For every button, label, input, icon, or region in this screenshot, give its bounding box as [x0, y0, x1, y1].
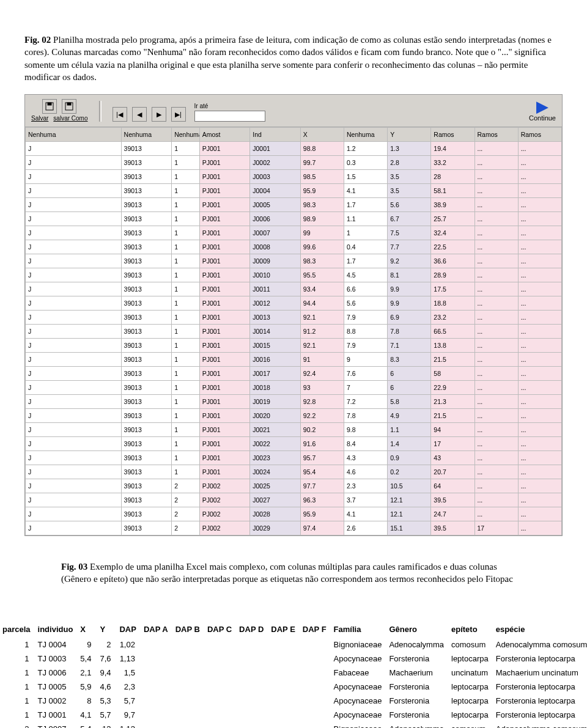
table-row[interactable]: J390132PJ002J002997.42.615.139.517...: [26, 521, 562, 535]
cell[interactable]: 6: [388, 381, 431, 395]
cell[interactable]: PJ001: [199, 437, 250, 451]
cell[interactable]: J0005: [250, 198, 301, 212]
cell[interactable]: 2: [172, 479, 200, 493]
cell[interactable]: J0001: [250, 142, 301, 156]
table-row[interactable]: J390131PJ001J001294.45.69.918.8......: [26, 296, 562, 311]
table-row[interactable]: J390131PJ001J001592.17.97.113.8......: [26, 339, 562, 353]
cell[interactable]: ...: [518, 198, 561, 212]
cell[interactable]: ...: [518, 465, 561, 479]
cell[interactable]: 91.2: [300, 325, 344, 339]
cell[interactable]: 1.1: [388, 423, 431, 437]
cell[interactable]: 96.3: [300, 493, 344, 507]
cell[interactable]: 21.5: [431, 409, 474, 423]
cell[interactable]: 1: [172, 465, 200, 479]
cell[interactable]: 4.9: [388, 409, 431, 423]
column-header[interactable]: Nenhuma: [344, 128, 388, 142]
cell[interactable]: 12.1: [388, 493, 431, 507]
cell[interactable]: 39013: [121, 493, 172, 507]
cell[interactable]: 92.4: [300, 367, 344, 381]
cell[interactable]: 10.5: [388, 479, 431, 493]
cell[interactable]: 92.8: [300, 395, 344, 409]
cell[interactable]: J: [26, 226, 122, 240]
cell[interactable]: J: [26, 451, 122, 465]
goto-input[interactable]: [194, 111, 265, 122]
cell[interactable]: 9.8: [344, 423, 388, 437]
cell[interactable]: J0006: [250, 212, 301, 226]
cell[interactable]: J0017: [250, 367, 301, 381]
cell[interactable]: 0.2: [388, 465, 431, 479]
cell[interactable]: ...: [474, 184, 518, 198]
save-as-button[interactable]: [62, 99, 76, 114]
cell[interactable]: 91: [300, 353, 344, 367]
cell[interactable]: 97.7: [300, 479, 344, 493]
first-button[interactable]: |◀: [113, 107, 127, 122]
cell[interactable]: 1.7: [344, 254, 388, 268]
cell[interactable]: 39013: [121, 226, 172, 240]
cell[interactable]: 39013: [121, 212, 172, 226]
cell[interactable]: J: [26, 282, 122, 296]
cell[interactable]: 92.1: [300, 339, 344, 353]
table-row[interactable]: J390132PJ002J002895.94.112.124.7......: [26, 507, 562, 521]
cell[interactable]: 36.6: [431, 254, 474, 268]
cell[interactable]: PJ002: [199, 479, 250, 493]
cell[interactable]: ...: [518, 493, 561, 507]
cell[interactable]: PJ002: [199, 521, 250, 535]
column-header[interactable]: Y: [388, 128, 431, 142]
cell[interactable]: J0023: [250, 451, 301, 465]
cell[interactable]: J0027: [250, 493, 301, 507]
cell[interactable]: ...: [518, 339, 561, 353]
cell[interactable]: 17.5: [431, 282, 474, 296]
table-row[interactable]: J390131PJ001J002495.44.60.220.7......: [26, 465, 562, 479]
cell[interactable]: ...: [474, 198, 518, 212]
prev-button[interactable]: ◀: [132, 107, 147, 122]
cell[interactable]: J0022: [250, 437, 301, 451]
cell[interactable]: 95.4: [300, 465, 344, 479]
cell[interactable]: 7.8: [344, 409, 388, 423]
column-header[interactable]: Ind: [250, 128, 301, 142]
cell[interactable]: 1.7: [344, 198, 388, 212]
cell[interactable]: ...: [518, 184, 561, 198]
table-row[interactable]: J390131PJ001J0018937622.9......: [26, 381, 562, 395]
cell[interactable]: ...: [518, 367, 561, 381]
cell[interactable]: PJ001: [199, 282, 250, 296]
cell[interactable]: J: [26, 465, 122, 479]
cell[interactable]: J: [26, 142, 122, 156]
table-row[interactable]: J390131PJ001J001095.54.58.128.9......: [26, 268, 562, 282]
cell[interactable]: ...: [474, 409, 518, 423]
cell[interactable]: 39013: [121, 367, 172, 381]
column-header[interactable]: Nenhuma: [121, 128, 172, 142]
cell[interactable]: J: [26, 409, 122, 423]
cell[interactable]: J: [26, 507, 122, 521]
table-row[interactable]: J390132PJ002J002796.33.712.139.5......: [26, 493, 562, 507]
cell[interactable]: ...: [518, 296, 561, 311]
cell[interactable]: 1: [172, 311, 200, 325]
cell[interactable]: 39013: [121, 240, 172, 254]
cell[interactable]: ...: [518, 423, 561, 437]
cell[interactable]: 0.9: [388, 451, 431, 465]
cell[interactable]: 92.1: [300, 311, 344, 325]
table-row[interactable]: J390131PJ001J001792.47.6658......: [26, 367, 562, 381]
table-row[interactable]: J390131PJ001J00169198.321.5......: [26, 353, 562, 367]
cell[interactable]: 2: [172, 507, 200, 521]
cell[interactable]: 1.4: [388, 437, 431, 451]
cell[interactable]: 7.2: [344, 395, 388, 409]
table-row[interactable]: J390131PJ001J00079917.532.4......: [26, 226, 562, 240]
column-header[interactable]: Amost: [199, 128, 250, 142]
cell[interactable]: 58: [431, 367, 474, 381]
cell[interactable]: 8.8: [344, 325, 388, 339]
cell[interactable]: PJ001: [199, 423, 250, 437]
cell[interactable]: ...: [518, 226, 561, 240]
cell[interactable]: 99: [300, 226, 344, 240]
cell[interactable]: J0008: [250, 240, 301, 254]
cell[interactable]: 17: [431, 437, 474, 451]
cell[interactable]: J0028: [250, 507, 301, 521]
cell[interactable]: 23.2: [431, 311, 474, 325]
cell[interactable]: PJ001: [199, 325, 250, 339]
cell[interactable]: 13.8: [431, 339, 474, 353]
cell[interactable]: ...: [518, 240, 561, 254]
cell[interactable]: 39013: [121, 268, 172, 282]
cell[interactable]: 97.4: [300, 521, 344, 535]
cell[interactable]: 9.9: [388, 282, 431, 296]
cell[interactable]: ...: [474, 465, 518, 479]
cell[interactable]: PJ001: [199, 226, 250, 240]
